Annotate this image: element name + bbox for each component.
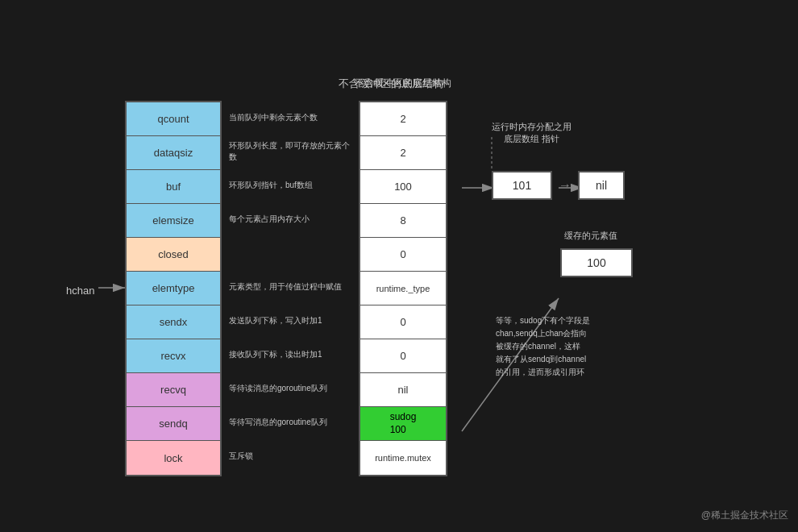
canvas: 不含缓冲区的底层结构 hchan qcount dataqsiz buf ele… [0, 0, 798, 532]
val-closed: 0 [360, 238, 446, 272]
box-cached-100: 100 [560, 248, 633, 277]
field-dataqsiz: dataqsiz [127, 136, 220, 170]
buf-boxes: 101 → nil [492, 171, 625, 200]
field-elemtype: elemtype [127, 272, 220, 305]
box-101: 101 [492, 171, 552, 200]
box-nil: nil [578, 171, 625, 200]
ann-elemtype: 元素类型，用于传值过程中赋值 [226, 270, 351, 304]
field-closed: closed [127, 238, 220, 272]
ann-lock: 互斥锁 [226, 439, 351, 473]
struct-fields-column: qcount dataqsiz buf elemsize closed elem… [125, 101, 222, 476]
val-sendx: 0 [360, 305, 446, 339]
struct-outer: qcount dataqsiz buf elemsize closed elem… [125, 101, 447, 476]
ann-qcount: 当前队列中剩余元素个数 [226, 101, 351, 135]
field-lock: lock [127, 441, 220, 475]
field-recvq: recvq [127, 373, 220, 407]
cached-element-label: 缓存的元素值 [564, 230, 617, 242]
val-elemsize: 8 [360, 204, 446, 238]
right-diagram-title: 不含缓冲区的底层结构 [339, 77, 468, 90]
val-buf: 100 [360, 170, 446, 204]
val-elemtype: runtime._type [360, 272, 446, 305]
val-qcount: 2 [360, 102, 446, 136]
ann-recvx: 接收队列下标，读出时加1 [226, 338, 351, 372]
ann-buf: 环形队列指针，buf数组 [226, 168, 351, 202]
val-recvq: nil [360, 373, 446, 407]
watermark: @稀土掘金技术社区 [701, 509, 788, 522]
sudog-note: 等等，sudog下有个字段是chan,sendq上chan会指向被缓存的chan… [496, 314, 590, 379]
field-recvx: recvx [127, 339, 220, 373]
field-sendx: sendx [127, 305, 220, 339]
val-dataqsiz: 2 [360, 136, 446, 170]
ann-recvq: 等待读消息的goroutine队列 [226, 372, 351, 405]
field-sendq: sendq [127, 407, 220, 441]
val-lock: runtime.mutex [360, 441, 446, 475]
values-column: 2 2 100 8 0 runtime._type 0 0 nil sudog1… [359, 101, 447, 476]
ann-dataqsiz: 环形队列长度，即可存放的元素个数 [226, 135, 351, 168]
field-qcount: qcount [127, 102, 220, 136]
field-buf: buf [127, 170, 220, 204]
field-elemsize: elemsize [127, 204, 220, 238]
ann-elemsize: 每个元素占用内存大小 [226, 202, 351, 236]
val-sendq: sudog100 [360, 407, 446, 441]
arrow-101-nil: → [559, 178, 571, 193]
ann-closed [226, 236, 351, 270]
hchan-label: hchan [66, 285, 94, 297]
right-buf-label: 运行时内存分配之用底层数组 指针 [492, 121, 571, 146]
annotations-column: 当前队列中剩余元素个数 环形队列长度，即可存放的元素个数 环形队列指针，buf数… [226, 101, 351, 476]
ann-sendx: 发送队列下标，写入时加1 [226, 304, 351, 338]
ann-sendq: 等待写消息的goroutine队列 [226, 405, 351, 439]
val-recvx: 0 [360, 339, 446, 373]
